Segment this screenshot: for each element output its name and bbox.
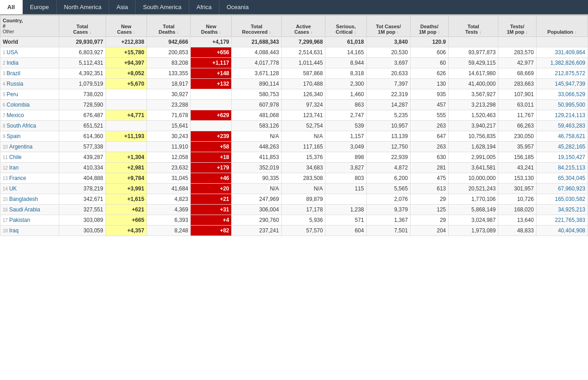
tab-asia[interactable]: Asia: [109, 0, 136, 14]
deaths-per-1m-cell: 457: [411, 100, 449, 110]
new-cases-cell: +9,784: [106, 173, 147, 184]
total-cases-cell: 614,360: [59, 131, 106, 142]
total-cases-cell: 6,803,927: [59, 47, 106, 58]
tests-per-1m-cell: 11,767: [498, 110, 537, 121]
tab-north-america[interactable]: North America: [57, 0, 109, 14]
total-deaths-cell: 23,632: [147, 163, 191, 173]
serious-cell: 898: [325, 152, 366, 163]
new-cases-cell: [106, 100, 147, 110]
total-deaths-cell: 4,823: [147, 194, 191, 205]
recovered-cell: 890,114: [232, 79, 281, 89]
country-cell[interactable]: 9Spain: [0, 131, 59, 142]
tab-south-america[interactable]: South America: [136, 0, 189, 14]
new-deaths-cell: +58: [191, 142, 232, 152]
country-cell[interactable]: 16Saudi Arabia: [0, 205, 59, 215]
new-deaths-cell: +31: [191, 205, 232, 215]
population-cell: 212,875,572: [536, 68, 588, 79]
total-cases-cell: 303,059: [59, 226, 106, 236]
deaths-per-1m-cell: 475: [411, 173, 449, 184]
total-deaths-cell: 6,393: [147, 215, 191, 226]
total-tests-cell: 10,000,000: [448, 173, 498, 184]
country-cell[interactable]: 14UK: [0, 184, 59, 194]
col-tot-per-1m[interactable]: Tot Cases/1M pop ↕: [366, 15, 411, 37]
serious-cell: 115: [325, 184, 366, 194]
new-cases-cell: +1,304: [106, 152, 147, 163]
total-cases-cell: 404,888: [59, 173, 106, 184]
col-population[interactable]: Population ↕: [536, 15, 588, 37]
population-cell: 45,282,165: [536, 142, 588, 152]
country-cell[interactable]: 6Colombia: [0, 100, 59, 110]
country-cell[interactable]: 1USA: [0, 47, 59, 58]
total-tests-cell: 1,520,463: [448, 110, 498, 121]
total-deaths-cell: 23,288: [147, 100, 191, 110]
col-new-deaths[interactable]: NewDeaths ↕: [191, 15, 232, 37]
new-deaths-cell: +18: [191, 152, 232, 163]
tests-per-1m-cell: 48,833: [498, 226, 537, 236]
population-cell: 1,382,826,609: [536, 58, 588, 68]
world-new-deaths: +4,179: [191, 37, 232, 47]
table-header-row: Country,#Other TotalCases ↕ NewCases ↕ T…: [0, 15, 588, 37]
population-cell: 221,765,383: [536, 215, 588, 226]
population-cell: 19,150,427: [536, 152, 588, 163]
table-row: 17Pakistan303,089+6656,393+4290,7605,936…: [0, 215, 588, 226]
new-deaths-cell: +4: [191, 215, 232, 226]
active-cases-cell: 5,936: [281, 215, 325, 226]
table-row: 6Colombia728,59023,288607,97897,32486314…: [0, 100, 588, 110]
country-cell[interactable]: 13France: [0, 173, 59, 184]
country-cell[interactable]: 8South Africa: [0, 121, 59, 131]
total-cases-cell: 728,590: [59, 100, 106, 110]
country-cell[interactable]: 18Iraq: [0, 226, 59, 236]
total-tests-cell: 14,617,980: [448, 68, 498, 79]
serious-cell: 863: [325, 100, 366, 110]
tab-oceania[interactable]: Oceania: [219, 0, 256, 14]
col-total-tests[interactable]: TotalTests ↕: [448, 15, 498, 37]
world-total-cases: 29,930,977: [59, 37, 106, 47]
recovered-cell: 4,017,778: [232, 58, 281, 68]
table-row: 1USA6,803,927+15,780200,853+6564,088,443…: [0, 47, 588, 58]
col-tests-per-1m[interactable]: Tests/1M pop ↕: [498, 15, 537, 37]
country-cell[interactable]: 12Iran: [0, 163, 59, 173]
tests-per-1m-cell: 301,957: [498, 184, 537, 194]
total-cases-cell: 327,551: [59, 205, 106, 215]
tot-per-1m-cell: 20,633: [366, 68, 411, 79]
col-total-recovered[interactable]: TotalRecovered ↕: [232, 15, 281, 37]
new-cases-cell: +4,771: [106, 110, 147, 121]
col-total-cases[interactable]: TotalCases ↕: [59, 15, 106, 37]
recovered-cell: 90,335: [232, 173, 281, 184]
country-cell[interactable]: 11Chile: [0, 152, 59, 163]
country-cell[interactable]: 4Russia: [0, 79, 59, 89]
total-cases-cell: 303,089: [59, 215, 106, 226]
active-cases-cell: 117,165: [281, 142, 325, 152]
country-cell[interactable]: 7Mexico: [0, 110, 59, 121]
col-active-cases[interactable]: ActiveCases ↕: [281, 15, 325, 37]
total-tests-cell: 3,567,927: [448, 89, 498, 100]
active-cases-cell: 17,178: [281, 205, 325, 215]
col-new-cases[interactable]: NewCases ↕: [106, 15, 147, 37]
recovered-cell: 580,753: [232, 89, 281, 100]
total-tests-cell: 93,977,873: [448, 47, 498, 58]
col-country[interactable]: Country,#Other: [0, 15, 59, 37]
tab-africa[interactable]: Africa: [189, 0, 219, 14]
col-serious[interactable]: Serious,Critical ↕: [325, 15, 366, 37]
serious-cell: [325, 194, 366, 205]
country-cell[interactable]: 5Peru: [0, 89, 59, 100]
population-cell: 129,214,113: [536, 110, 588, 121]
country-cell[interactable]: 10Argentina: [0, 142, 59, 152]
country-cell[interactable]: 3Brazil: [0, 68, 59, 79]
col-total-deaths[interactable]: TotalDeaths ↕: [147, 15, 191, 37]
country-cell[interactable]: 17Pakistan: [0, 215, 59, 226]
country-cell[interactable]: 15Bangladesh: [0, 194, 59, 205]
world-deaths-per-1m: 120.9: [411, 37, 449, 47]
country-cell[interactable]: 2India: [0, 58, 59, 68]
tab-all[interactable]: All: [0, 0, 23, 14]
world-tests-per-1m: [498, 37, 537, 47]
deaths-per-1m-cell: 60: [411, 58, 449, 68]
total-deaths-cell: 31,045: [147, 173, 191, 184]
recovered-cell: 306,004: [232, 205, 281, 215]
deaths-per-1m-cell: 29: [411, 215, 449, 226]
tot-per-1m-cell: 6,200: [366, 173, 411, 184]
col-deaths-per-1m[interactable]: Deaths/1M pop ↕: [411, 15, 449, 37]
tab-europe[interactable]: Europe: [23, 0, 57, 14]
tests-per-1m-cell: 35,957: [498, 142, 537, 152]
tests-per-1m-cell: 230,050: [498, 131, 537, 142]
